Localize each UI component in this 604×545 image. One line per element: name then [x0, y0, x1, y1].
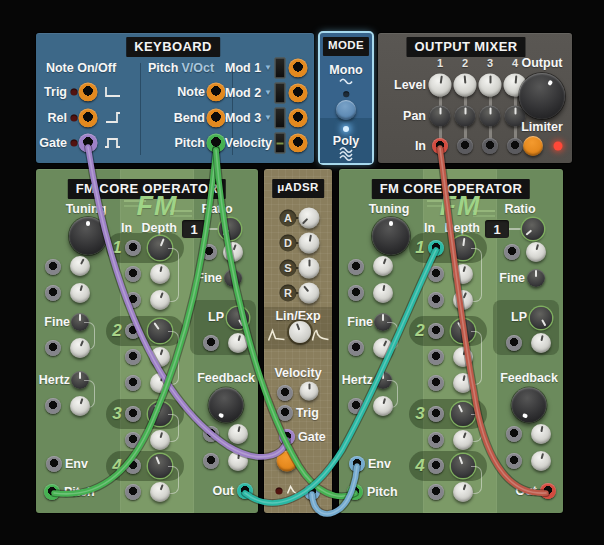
op4-in-jack[interactable]	[125, 458, 141, 474]
pitch-jack[interactable]	[207, 134, 226, 153]
tuning-mod-jack-1[interactable]	[45, 259, 61, 275]
hertz-mod-knob[interactable]	[70, 396, 90, 416]
feedback-mod-knob-1[interactable]	[531, 424, 551, 444]
ratio-display[interactable]: 1	[485, 220, 509, 238]
ratio-knob[interactable]	[522, 218, 544, 240]
op4-mod-jack[interactable]	[125, 484, 141, 500]
mixer-in-jack-2[interactable]	[457, 138, 473, 154]
lp-mod-knob[interactable]	[531, 333, 551, 353]
adsr-velocity-knob[interactable]	[300, 382, 319, 401]
fine-mod-jack[interactable]	[45, 340, 61, 356]
ratio-mod-jack[interactable]	[504, 244, 520, 260]
tuning-knob[interactable]	[69, 217, 107, 255]
op2-mod-knob-2[interactable]	[150, 373, 170, 393]
tuning-mod-knob-2[interactable]	[373, 283, 393, 303]
out-jack[interactable]	[237, 483, 253, 499]
op2-mod-knob-2[interactable]	[453, 373, 473, 393]
pan-knob-3[interactable]	[480, 106, 501, 127]
adsr-velocity-jack[interactable]	[277, 385, 293, 401]
tuning-mod-knob-1[interactable]	[373, 256, 393, 276]
output-knob[interactable]	[519, 73, 565, 119]
fine-mod-knob[interactable]	[373, 338, 393, 358]
mode-toggle-button[interactable]	[336, 100, 356, 120]
ratio-mod-jack[interactable]	[201, 244, 217, 260]
mod3-slider[interactable]	[275, 108, 286, 129]
tuning-mod-jack-2[interactable]	[348, 285, 364, 301]
feedback-mod-knob-2[interactable]	[228, 451, 248, 471]
env-jack[interactable]	[349, 456, 365, 472]
feedback-mod-jack-1[interactable]	[506, 426, 522, 442]
op3-mod-jack[interactable]	[428, 432, 444, 448]
bend-jack[interactable]	[207, 109, 226, 128]
sustain-knob[interactable]	[299, 258, 320, 279]
adsr-manual-gate-button[interactable]	[277, 451, 298, 472]
op1-mod-jack-2[interactable]	[125, 292, 141, 308]
op1-mod-knob-2[interactable]	[150, 290, 170, 310]
lp-mod-knob[interactable]	[228, 333, 248, 353]
op4-in-jack[interactable]	[428, 458, 444, 474]
lp-knob[interactable]	[227, 307, 249, 329]
op1-mod-knob-1[interactable]	[150, 264, 170, 284]
op1-in-jack[interactable]	[125, 240, 141, 256]
decay-knob[interactable]	[299, 233, 320, 254]
velocity-slider[interactable]	[275, 133, 286, 154]
mod2-jack[interactable]	[289, 84, 308, 103]
op2-in-jack[interactable]	[428, 323, 444, 339]
op4-mod-jack[interactable]	[428, 484, 444, 500]
op2-mod-knob-1[interactable]	[453, 347, 473, 367]
level-knob-2[interactable]	[454, 74, 477, 97]
op1-in-jack[interactable]	[428, 240, 444, 256]
ratio-fine-knob[interactable]	[224, 269, 242, 287]
ratio-fine-knob[interactable]	[527, 269, 545, 287]
pitch-cv-jack[interactable]	[347, 484, 363, 500]
op2-mod-jack-1[interactable]	[125, 349, 141, 365]
pan-knob-2[interactable]	[455, 106, 476, 127]
env-jack[interactable]	[46, 456, 62, 472]
mixer-in-jack-1[interactable]	[432, 138, 448, 154]
hertz-mod-knob[interactable]	[373, 396, 393, 416]
op2-mod-jack-1[interactable]	[428, 349, 444, 365]
ratio-display[interactable]: 1	[182, 220, 206, 238]
mod3-jack[interactable]	[289, 109, 308, 128]
op3-in-jack[interactable]	[125, 406, 141, 422]
ratio-knob[interactable]	[219, 218, 241, 240]
adsr-out-jack[interactable]	[304, 484, 320, 500]
mod2-slider[interactable]	[275, 83, 286, 104]
feedback-knob[interactable]	[209, 388, 244, 423]
gate-jack[interactable]	[79, 134, 98, 153]
op1-mod-jack-1[interactable]	[428, 266, 444, 282]
linexp-knob[interactable]	[289, 321, 311, 343]
tuning-mod-knob-2[interactable]	[70, 283, 90, 303]
tuning-knob[interactable]	[372, 217, 410, 255]
adsr-trig-jack[interactable]	[277, 405, 293, 421]
ratio-mod-knob[interactable]	[526, 242, 546, 262]
tuning-mod-knob-1[interactable]	[70, 256, 90, 276]
lp-mod-jack[interactable]	[506, 335, 522, 351]
attack-knob[interactable]	[299, 208, 320, 229]
op4-mod-knob[interactable]	[453, 482, 473, 502]
hertz-mod-jack[interactable]	[348, 398, 364, 414]
op3-mod-knob[interactable]	[150, 430, 170, 450]
tuning-mod-jack-1[interactable]	[348, 259, 364, 275]
out-jack[interactable]	[540, 483, 556, 499]
hertz-mod-jack[interactable]	[45, 398, 61, 414]
op2-in-jack[interactable]	[125, 323, 141, 339]
mod1-slider[interactable]	[275, 58, 286, 79]
op1-mod-jack-2[interactable]	[428, 292, 444, 308]
op1-mod-jack-1[interactable]	[125, 266, 141, 282]
op3-mod-knob[interactable]	[453, 430, 473, 450]
trig-jack[interactable]	[79, 83, 98, 102]
op1-mod-knob-2[interactable]	[453, 290, 473, 310]
level-knob-1[interactable]	[429, 74, 452, 97]
op3-mod-jack[interactable]	[125, 432, 141, 448]
lp-knob[interactable]	[530, 307, 552, 329]
feedback-mod-jack-1[interactable]	[203, 426, 219, 442]
limiter-button[interactable]	[523, 136, 543, 156]
adsr-gate-jack[interactable]	[279, 429, 295, 445]
tuning-mod-jack-2[interactable]	[45, 285, 61, 301]
note-jack[interactable]	[207, 83, 226, 102]
op3-in-jack[interactable]	[428, 406, 444, 422]
velocity-jack[interactable]	[289, 134, 308, 153]
feedback-mod-knob-2[interactable]	[531, 451, 551, 471]
feedback-knob[interactable]	[512, 388, 547, 423]
